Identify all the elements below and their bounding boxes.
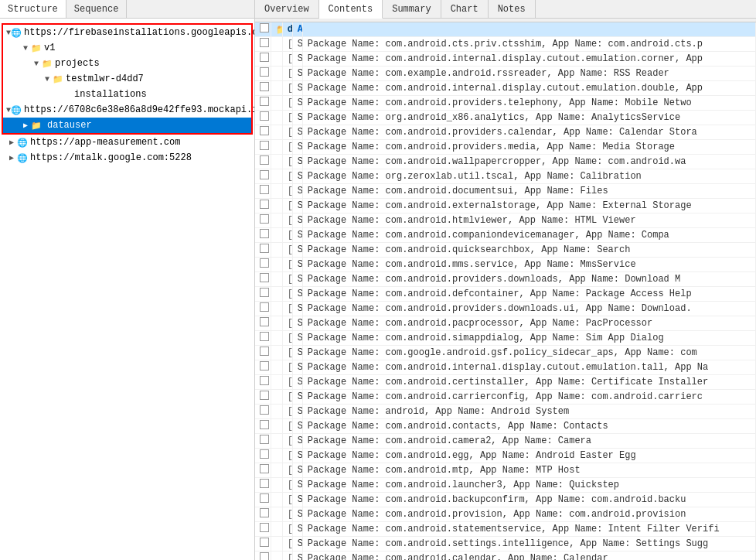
tree-node-testmlwr[interactable]: ▼ 📁 testmlwr-d4dd7 xyxy=(3,71,251,87)
checkbox[interactable] xyxy=(260,67,269,77)
checkbox[interactable] xyxy=(260,111,269,121)
checkbox[interactable] xyxy=(260,538,269,547)
checkbox[interactable] xyxy=(260,508,269,517)
checkbox[interactable] xyxy=(260,97,269,106)
table-row: [17] String Package Name: com.android.de… xyxy=(255,287,756,302)
tab-contents[interactable]: Contents xyxy=(319,0,383,19)
checkbox[interactable] xyxy=(260,141,269,150)
checkbox[interactable] xyxy=(260,317,269,326)
checkbox[interactable] xyxy=(260,200,269,209)
globe-icon: 🌐 xyxy=(17,138,28,148)
checkbox[interactable] xyxy=(260,170,269,179)
tab-summary[interactable]: Summary xyxy=(383,0,441,18)
tree-node-appmeasurement[interactable]: ▶ 🌐 https://app-measurement.com xyxy=(0,135,254,150)
tree-node-projects[interactable]: ▼ 📁 projects xyxy=(3,56,251,71)
checkbox[interactable] xyxy=(260,361,269,370)
checkbox[interactable] xyxy=(260,185,269,194)
index-cell: [19] xyxy=(282,316,292,331)
check-cell xyxy=(255,140,271,155)
empty-cell xyxy=(271,37,282,52)
checkbox[interactable] xyxy=(260,244,269,253)
check-cell xyxy=(255,507,271,522)
check-cell xyxy=(255,184,271,199)
check-cell xyxy=(255,155,271,169)
value-cell: Package Name: com.android.providers.cale… xyxy=(302,125,755,140)
checkbox[interactable] xyxy=(260,214,269,224)
index-cell: [24] xyxy=(282,390,292,405)
tree-node-mockapi[interactable]: ▼ 🌐 https://6708c6e38e86a8d9e42ffe93.moc… xyxy=(3,102,251,118)
tree-node-v1[interactable]: ▼ 📁 v1 xyxy=(3,40,251,56)
type-cell: String xyxy=(292,213,302,228)
expand-icon: ▶ xyxy=(6,138,17,147)
checkbox[interactable] xyxy=(260,23,269,32)
checkbox[interactable] xyxy=(260,449,269,459)
checkbox[interactable] xyxy=(260,523,269,532)
tab-chart[interactable]: Chart xyxy=(441,0,489,18)
tree-node-mtalk[interactable]: ▶ 🌐 https://mtalk.google.com:5228 xyxy=(0,150,254,166)
empty-cell xyxy=(271,199,282,213)
contents-table-area: 📁 dataPackage Array [0] String Package N… xyxy=(255,19,756,560)
type-cell: String xyxy=(292,507,302,522)
tab-sequence[interactable]: Sequence xyxy=(66,0,128,18)
checkbox[interactable] xyxy=(260,126,269,135)
tab-structure[interactable]: Structure xyxy=(0,0,66,18)
check-cell xyxy=(255,125,271,140)
col-check-header xyxy=(255,19,271,22)
empty-cell xyxy=(271,287,282,302)
type-cell: String xyxy=(292,463,302,478)
empty-cell xyxy=(271,493,282,507)
checkbox[interactable] xyxy=(260,82,269,91)
value-cell: Package Name: com.android.providers.down… xyxy=(302,272,755,287)
checkbox[interactable] xyxy=(260,479,269,488)
tab-notes[interactable]: Notes xyxy=(489,0,536,18)
checkbox[interactable] xyxy=(260,38,269,47)
index-cell: [34] xyxy=(282,537,292,551)
checkbox[interactable] xyxy=(260,155,269,165)
check-cell xyxy=(255,419,271,434)
key-cell: dataPackage xyxy=(282,22,292,37)
value-cell: Package Name: com.android.providers.down… xyxy=(302,302,755,316)
table-row: [24] String Package Name: com.android.ca… xyxy=(255,390,756,405)
expand-icon: ▼ xyxy=(31,60,42,68)
empty-cell xyxy=(271,140,282,155)
tree-node-datauser[interactable]: ▶ 📁 datauser xyxy=(3,118,251,133)
type-cell: String xyxy=(292,375,302,390)
data-rows: [0] String Package Name: com.android.cts… xyxy=(255,37,756,561)
checkbox[interactable] xyxy=(260,258,269,268)
tree-node-firebase[interactable]: ▼ 🌐 https://firebaseinstallations.google… xyxy=(3,25,251,40)
checkbox[interactable] xyxy=(260,391,269,400)
tab-overview[interactable]: Overview xyxy=(255,0,319,18)
checkbox[interactable] xyxy=(260,376,269,385)
checkbox[interactable] xyxy=(260,229,269,238)
tree-node-installations[interactable]: installations xyxy=(3,87,251,102)
checkbox[interactable] xyxy=(260,552,269,560)
empty-cell xyxy=(271,213,282,228)
globe-icon: 🌐 xyxy=(17,153,28,163)
type-cell: String xyxy=(292,302,302,316)
empty-cell xyxy=(271,346,282,360)
checkbox[interactable] xyxy=(260,332,269,341)
type-cell: String xyxy=(292,37,302,52)
type-cell: String xyxy=(292,111,302,125)
index-cell: [22] xyxy=(282,360,292,375)
check-cell xyxy=(255,81,271,96)
table-row: [9] String Package Name: org.zeroxlab.ut… xyxy=(255,169,756,184)
value-cell: Package Name: com.android.certinstaller,… xyxy=(302,375,755,390)
checkbox[interactable] xyxy=(260,288,269,297)
checkbox[interactable] xyxy=(260,347,269,356)
checkbox[interactable] xyxy=(260,53,269,62)
value-cell: Package Name: com.android.provision, App… xyxy=(302,507,755,522)
checkbox[interactable] xyxy=(260,273,269,282)
check-cell xyxy=(255,346,271,360)
checkbox[interactable] xyxy=(260,435,269,444)
checkbox[interactable] xyxy=(260,420,269,429)
col-type-header xyxy=(292,19,302,22)
type-cell: String xyxy=(292,434,302,449)
checkbox[interactable] xyxy=(260,464,269,473)
type-cell: String xyxy=(292,537,302,551)
checkbox[interactable] xyxy=(260,405,269,415)
checkbox[interactable] xyxy=(260,493,269,503)
table-row: [7] String Package Name: com.android.pro… xyxy=(255,140,756,155)
checkbox[interactable] xyxy=(260,302,269,312)
node-label: datauser xyxy=(44,119,95,131)
